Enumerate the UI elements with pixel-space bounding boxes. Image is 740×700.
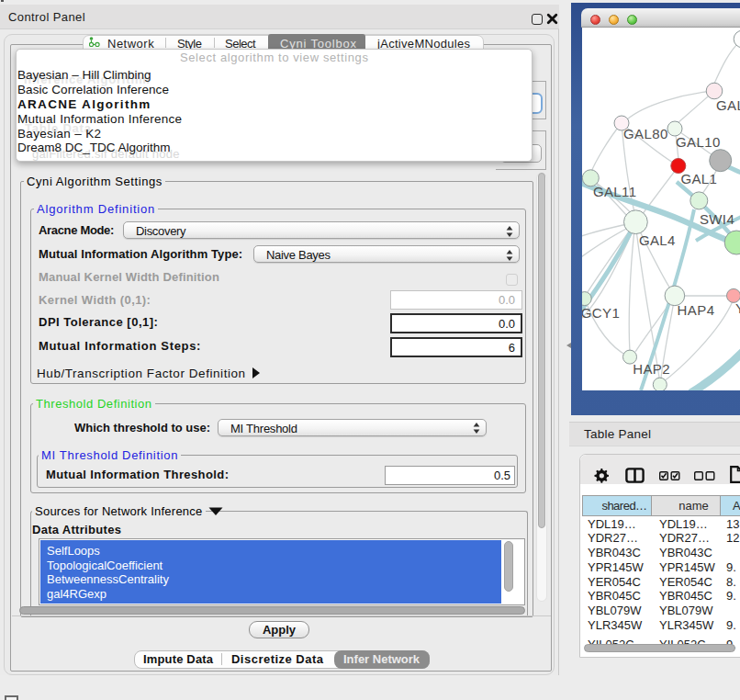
svg-text:HAP2: HAP2 <box>633 361 670 377</box>
svg-text:GAL4: GAL4 <box>639 232 676 248</box>
svg-text:GAL1: GAL1 <box>680 171 717 186</box>
svg-text:GAL2: GAL2 <box>716 97 740 113</box>
svg-text:GCY1: GCY1 <box>582 305 620 321</box>
svg-text:HAP4: HAP4 <box>678 302 715 318</box>
svg-text:GAL11: GAL11 <box>593 184 637 199</box>
svg-text:SWI4: SWI4 <box>700 211 734 227</box>
svg-text:GAL80: GAL80 <box>623 126 668 141</box>
svg-text:GAL10: GAL10 <box>676 134 721 150</box>
svg-text:Y: Y <box>735 300 740 316</box>
